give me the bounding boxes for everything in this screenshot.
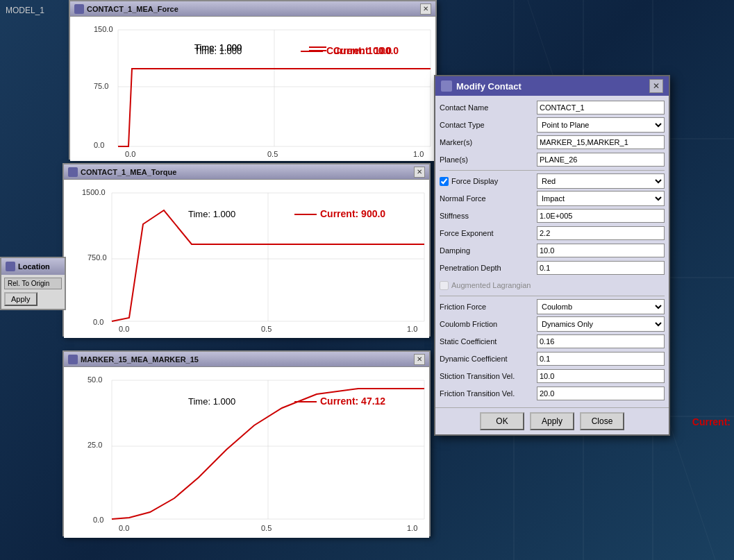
graph-marker-close[interactable]: ✕ [414, 354, 425, 365]
location-header[interactable]: Location [1, 258, 65, 275]
svg-text:0.0: 0.0 [119, 325, 129, 333]
graph-force-titlebar-left: CONTACT_1_MEA_Force [74, 4, 178, 14]
stiffness-input[interactable] [537, 209, 665, 223]
svg-text:0.5: 0.5 [261, 524, 272, 532]
location-title: Location [18, 262, 50, 271]
graph-marker-icon [68, 355, 78, 364]
graph-marker-title: MARKER_15_MEA_MARKER_15 [81, 355, 199, 364]
friction-trans-vel-input[interactable] [537, 387, 665, 400]
svg-text:1.0: 1.0 [407, 524, 417, 532]
graph-torque-titlebar[interactable]: CONTACT_1_MEA_Torque ✕ [64, 164, 429, 180]
normal-force-select[interactable]: Impact Linear [537, 191, 665, 206]
model-label: MODEL_1 [6, 6, 44, 15]
svg-rect-45 [69, 356, 76, 363]
augmented-lagrangian-row: Augmented Lagrangian [440, 278, 665, 293]
svg-text:0.0: 0.0 [125, 150, 135, 158]
graph-marker-chart: 50.0 25.0 0.0 0.0 0.5 1.0 Time: 1.000 Cu… [67, 370, 428, 535]
markers-input[interactable] [537, 135, 665, 149]
damping-input[interactable] [537, 244, 665, 257]
graph-torque-close[interactable]: ✕ [414, 167, 425, 178]
ok-button[interactable]: OK [480, 412, 524, 430]
plane-row: Plane(s) [440, 152, 665, 167]
dialog-titlebar[interactable]: Modify Contact ✕ [435, 76, 669, 96]
normal-force-row: Normal Force Impact Linear [440, 191, 665, 206]
force-display-label: Force Display [451, 177, 501, 185]
location-apply-button[interactable]: Apply [4, 292, 37, 306]
static-coeff-label: Static Coefficient [440, 337, 537, 346]
dialog-footer: OK Apply Close [435, 407, 669, 434]
rel-to-origin: Rel. To Origin [4, 278, 62, 289]
graph-force-titlebar[interactable]: CONTACT_1_MEA_Force ✕ [70, 1, 435, 17]
svg-text:25.0: 25.0 [87, 441, 102, 449]
augmented-lagrangian-label: Augmented Lagrangian [451, 281, 533, 289]
plane-input[interactable] [537, 153, 665, 167]
dynamic-coeff-input[interactable] [537, 352, 665, 366]
svg-text:0.5: 0.5 [261, 325, 272, 333]
stiction-vel-input[interactable] [537, 369, 665, 383]
contact-type-label: Contact Type [440, 121, 537, 129]
coulomb-friction-select[interactable]: Dynamics Only Always Never [537, 316, 665, 332]
svg-text:0.0: 0.0 [93, 318, 103, 326]
normal-force-label: Normal Force [440, 194, 537, 203]
svg-text:Current:  900.0: Current: 900.0 [320, 208, 385, 219]
contact-type-row: Contact Type Point to Plane Sphere to Pl… [440, 117, 665, 133]
graph-force-close[interactable]: ✕ [420, 3, 431, 15]
svg-text:0.0: 0.0 [94, 141, 104, 149]
static-coeff-input[interactable] [537, 334, 665, 348]
svg-text:Current:  47.12: Current: 47.12 [320, 396, 385, 407]
force-display-row: Force Display Red Green Blue [440, 173, 665, 189]
svg-text:1.0: 1.0 [413, 150, 424, 158]
dialog-title-left: Modify Contact [441, 80, 522, 92]
stiction-vel-label: Stiction Transition Vel. [440, 372, 537, 380]
dialog-title-text: Modify Contact [456, 81, 522, 92]
stiffness-row: Stiffness [440, 208, 665, 223]
dialog-close-button[interactable]: ✕ [649, 79, 663, 93]
svg-text:Time:  1.000: Time: 1.000 [194, 46, 242, 56]
augmented-lagrangian-checkbox[interactable] [440, 281, 449, 290]
svg-text:Time:  1.000: Time: 1.000 [188, 396, 235, 407]
current-label-right: Current: [692, 416, 731, 427]
graph-force-icon [74, 4, 84, 14]
svg-text:1.0: 1.0 [407, 325, 417, 333]
svg-text:1500.0: 1500.0 [82, 188, 106, 196]
svg-text:0.5: 0.5 [267, 150, 278, 158]
penetration-depth-label: Penetration Depth [440, 264, 537, 272]
graph-torque-chart: 1500.0 750.0 0.0 0.0 0.5 1.0 Time: 1.000… [67, 183, 428, 335]
force-display-checkbox[interactable] [440, 177, 449, 186]
divider-2 [440, 296, 665, 296]
location-body: Rel. To Origin Apply [1, 275, 65, 309]
dynamic-coeff-label: Dynamic Coefficient [440, 355, 537, 363]
svg-text:150.0: 150.0 [94, 25, 113, 33]
contact-name-input[interactable] [537, 101, 665, 114]
graph-force-body: 150.0 75.0 0.0 0.0 0.5 1.0 Time: 1.000 C… [70, 17, 435, 161]
graph-force-title: CONTACT_1_MEA_Force [87, 5, 178, 13]
coulomb-friction-row: Coulomb Friction Dynamics Only Always Ne… [440, 316, 665, 332]
graph-marker-titlebar[interactable]: MARKER_15_MEA_MARKER_15 ✕ [64, 352, 429, 367]
contact-name-label: Contact Name [440, 103, 537, 112]
markers-row: Marker(s) [440, 135, 665, 150]
graph-torque-titlebar-left: CONTACT_1_MEA_Torque [68, 167, 176, 177]
friction-trans-vel-label: Friction Transition Vel. [440, 389, 537, 398]
apply-button[interactable]: Apply [530, 412, 574, 430]
force-exponent-input[interactable] [537, 226, 665, 240]
svg-text:750.0: 750.0 [87, 253, 107, 262]
coulomb-friction-label: Coulomb Friction [440, 320, 537, 328]
svg-text:0.0: 0.0 [93, 516, 103, 524]
modify-contact-dialog: Modify Contact ✕ Contact Name Contact Ty… [434, 75, 670, 436]
markers-label: Marker(s) [440, 138, 537, 146]
svg-rect-8 [76, 6, 83, 12]
divider-1 [440, 170, 665, 171]
contact-type-select[interactable]: Point to Plane Sphere to Plane [537, 117, 665, 133]
graph-marker-body: 50.0 25.0 0.0 0.0 0.5 1.0 Time: 1.000 Cu… [64, 367, 429, 538]
svg-text:0.0: 0.0 [119, 524, 129, 532]
close-button[interactable]: Close [580, 412, 624, 430]
svg-rect-29 [69, 169, 76, 176]
graph-marker-titlebar-left: MARKER_15_MEA_MARKER_15 [68, 355, 199, 364]
contact-name-row: Contact Name [440, 100, 665, 115]
graph-torque-body: 1500.0 750.0 0.0 0.0 0.5 1.0 Time: 1.000… [64, 180, 429, 338]
penetration-depth-row: Penetration Depth [440, 260, 665, 275]
friction-force-select[interactable]: Coulomb None [537, 299, 665, 314]
force-display-select[interactable]: Red Green Blue [537, 173, 665, 189]
penetration-depth-input[interactable] [537, 261, 665, 275]
graph-force-window: CONTACT_1_MEA_Force ✕ 150.0 75.0 0.0 0.0… [69, 0, 437, 160]
